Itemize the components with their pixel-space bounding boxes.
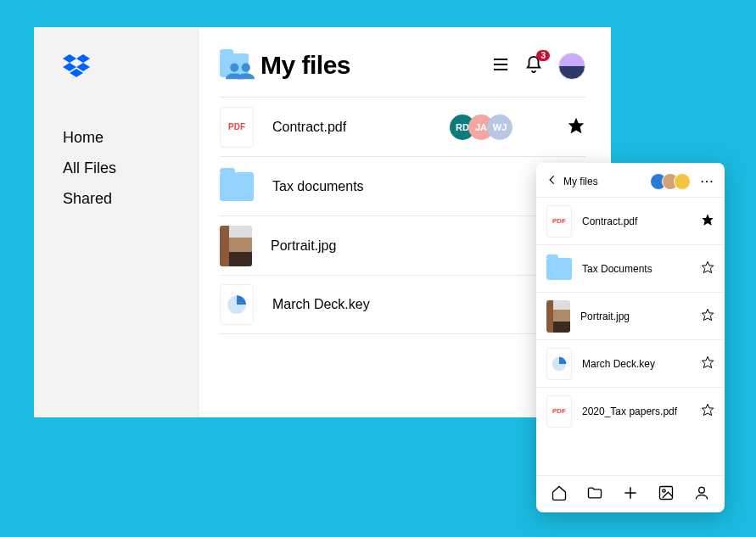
- tab-account-icon[interactable]: [693, 484, 710, 505]
- svg-point-21: [663, 489, 665, 491]
- page-title: My files: [260, 51, 350, 80]
- notifications-icon[interactable]: 3: [524, 55, 543, 77]
- folder-icon: [220, 172, 254, 201]
- file-row[interactable]: PDF Contract.pdf RD JA WJ: [220, 97, 585, 156]
- desktop-window: Home All Files Shared My files: [34, 27, 611, 417]
- file-name: 2020_Tax papers.pdf: [582, 406, 691, 417]
- file-row[interactable]: Portrait.jpg: [536, 292, 725, 339]
- svg-marker-2: [63, 63, 76, 71]
- mobile-window: My files ··· PDF Contract.pdf Tax Docume…: [536, 163, 725, 512]
- star-icon[interactable]: [701, 403, 714, 420]
- mobile-collaborator-avatars[interactable]: [655, 173, 691, 190]
- file-row[interactable]: PDF Contract.pdf: [536, 197, 725, 244]
- star-icon[interactable]: [701, 308, 714, 325]
- image-thumbnail-icon: [220, 226, 252, 266]
- keynote-file-icon: [546, 348, 572, 380]
- list-view-icon[interactable]: [492, 57, 509, 76]
- file-name: Contract.pdf: [272, 120, 585, 135]
- svg-point-5: [230, 64, 238, 72]
- sidebar-item-all-files[interactable]: All Files: [63, 153, 199, 183]
- mobile-header: My files ···: [536, 163, 725, 197]
- tab-files-icon[interactable]: [586, 484, 603, 505]
- mobile-tabbar: [536, 475, 725, 512]
- pdf-file-icon: PDF: [220, 107, 254, 148]
- pdf-file-icon: PDF: [546, 395, 572, 428]
- svg-point-22: [699, 487, 705, 493]
- svg-marker-4: [70, 69, 83, 77]
- image-thumbnail-icon: [546, 300, 570, 333]
- file-name: Tax Documents: [582, 263, 691, 275]
- sidebar: Home All Files Shared: [34, 27, 199, 417]
- svg-rect-20: [660, 486, 673, 499]
- file-name: Portrait.jpg: [580, 310, 691, 322]
- svg-marker-16: [702, 356, 713, 367]
- tab-add-icon[interactable]: [622, 484, 639, 505]
- star-icon[interactable]: [701, 260, 714, 277]
- svg-marker-17: [702, 404, 713, 415]
- svg-marker-1: [76, 54, 90, 63]
- star-icon[interactable]: [701, 213, 714, 230]
- file-row[interactable]: March Deck.key: [220, 275, 585, 334]
- collaborator-avatar: WJ: [487, 115, 512, 140]
- svg-marker-3: [76, 63, 90, 71]
- star-icon[interactable]: [567, 116, 585, 138]
- file-row[interactable]: March Deck.key: [536, 339, 725, 387]
- svg-marker-13: [702, 261, 713, 272]
- file-name: Contract.pdf: [582, 215, 691, 227]
- pdf-file-icon: PDF: [546, 205, 572, 238]
- tab-home-icon[interactable]: [551, 484, 568, 505]
- collaborator-avatars[interactable]: RD JA WJ: [456, 115, 512, 140]
- svg-marker-14: [702, 309, 713, 320]
- file-name: March Deck.key: [582, 358, 691, 370]
- back-icon[interactable]: [546, 174, 558, 189]
- mobile-file-list: PDF Contract.pdf Tax Documents Portrait.…: [536, 197, 725, 475]
- file-row[interactable]: Portrait.jpg: [220, 215, 585, 275]
- file-row[interactable]: Tax documents: [220, 156, 585, 215]
- sidebar-item-shared[interactable]: Shared: [63, 183, 199, 214]
- svg-marker-0: [63, 54, 76, 63]
- more-icon[interactable]: ···: [701, 176, 714, 187]
- header-actions: 3: [492, 53, 585, 80]
- star-icon[interactable]: [701, 355, 714, 372]
- file-row[interactable]: PDF 2020_Tax papers.pdf: [536, 387, 725, 434]
- tab-photos-icon[interactable]: [658, 484, 675, 505]
- sidebar-item-home[interactable]: Home: [63, 122, 199, 153]
- file-list: PDF Contract.pdf RD JA WJ Tax documents …: [220, 97, 585, 334]
- mobile-title: My files: [563, 176, 650, 187]
- user-avatar[interactable]: [558, 53, 585, 80]
- svg-marker-10: [568, 117, 584, 132]
- keynote-file-icon: [220, 284, 254, 325]
- notification-badge: 3: [536, 50, 550, 61]
- dropbox-logo-icon: [63, 54, 199, 81]
- file-row[interactable]: Tax Documents: [536, 244, 725, 292]
- collaborator-avatar: [674, 173, 691, 190]
- shared-folder-icon: [220, 53, 249, 77]
- svg-marker-12: [702, 214, 713, 225]
- svg-point-6: [242, 64, 250, 72]
- folder-icon: [546, 258, 572, 280]
